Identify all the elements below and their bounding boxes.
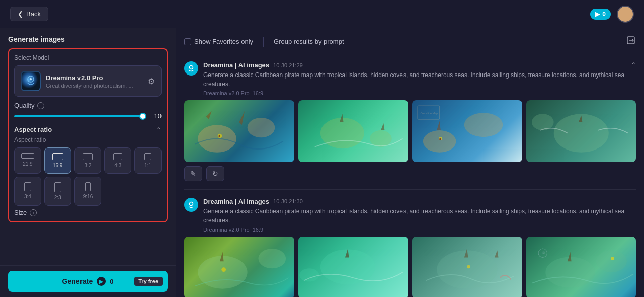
- image-thumb-2-1[interactable]: [184, 237, 294, 297]
- back-label: Back: [26, 10, 41, 18]
- generate-footer: Try free Generate ▶ 0: [0, 265, 176, 297]
- show-favorites-group[interactable]: Show Favorites only: [184, 38, 253, 45]
- image-thumb-2-3[interactable]: [412, 237, 522, 297]
- action-row-1: ✎ ↻: [184, 166, 636, 181]
- model-logo-svg: [22, 72, 40, 90]
- model-info: Dreamina v2.0 Pro Great diversity and ph…: [46, 74, 143, 89]
- result-avatar-1: [184, 61, 198, 76]
- ratio-3-2[interactable]: 3:2: [74, 147, 102, 174]
- ratio-2-3[interactable]: 2:3: [44, 177, 71, 206]
- result-service-1: Dreamina | AI images: [203, 61, 269, 69]
- svg-point-11: [370, 130, 392, 147]
- quality-label: Quality: [14, 102, 34, 109]
- result-collapse-1[interactable]: ⌃: [631, 61, 636, 68]
- show-favorites-checkbox[interactable]: [184, 38, 191, 45]
- image-thumb-1-1[interactable]: X: [184, 100, 294, 162]
- result-entry-1: Dreamina | AI images 10-30 21:29 Generat…: [184, 61, 636, 190]
- svg-text:X: X: [218, 134, 221, 138]
- result-time-2: 10-30 21:30: [273, 198, 303, 204]
- filter-divider: [263, 37, 264, 47]
- ratio-21-9-label: 21:9: [23, 161, 32, 167]
- settings-icon[interactable]: ⚙: [148, 77, 155, 86]
- svg-point-7: [248, 118, 275, 137]
- svg-point-23: [258, 249, 286, 268]
- export-icon[interactable]: [626, 35, 636, 48]
- back-button[interactable]: ❮ Back: [10, 7, 48, 21]
- quality-row: Quality i: [14, 102, 162, 109]
- result-tags-1: Dreamina v2.0 Pro 16:9: [203, 90, 626, 96]
- map-svg-1-4: [526, 100, 636, 162]
- ratio-1-1[interactable]: 1:1: [134, 147, 162, 174]
- map-svg-2-2: [298, 237, 409, 297]
- group-results-group[interactable]: Group results by prompt: [274, 38, 344, 45]
- image-thumb-1-3[interactable]: X Coastline Map: [412, 100, 522, 162]
- map-svg-1-2: [298, 100, 409, 162]
- quality-slider-container: 10: [14, 112, 162, 120]
- generate-credits: 0: [110, 278, 113, 285]
- svg-point-26: [299, 268, 319, 281]
- result-model-tag-2: Dreamina v2.0 Pro: [203, 227, 250, 233]
- generate-label: Generate: [62, 277, 93, 285]
- image-thumb-1-2[interactable]: [298, 100, 409, 162]
- svg-point-28: [467, 265, 470, 269]
- result-meta-1: Dreamina | AI images 10-30 21:29 Generat…: [203, 61, 626, 96]
- shape-1-1: [144, 153, 151, 160]
- result-time-1: 10-30 21:29: [273, 62, 303, 68]
- ratio-9-16[interactable]: 9:16: [74, 177, 102, 206]
- select-model-section: Select Model: [8, 48, 168, 222]
- result-header-1: Dreamina | AI images 10-30 21:29 Generat…: [184, 61, 636, 96]
- quality-value: 10: [151, 112, 162, 120]
- generate-button[interactable]: Try free Generate ▶ 0: [8, 271, 168, 292]
- aspect-ratio-title: Aspect ratio: [14, 126, 52, 133]
- credits-icon: ▶: [595, 11, 600, 18]
- ratio-21-9[interactable]: 21:9: [14, 147, 41, 174]
- quality-slider[interactable]: [14, 115, 146, 117]
- image-thumb-2-2[interactable]: [298, 237, 409, 297]
- generate-play-icon: ▶: [97, 277, 106, 286]
- main-content: Generate images Select Model: [0, 28, 644, 297]
- model-selector[interactable]: Dreamina v2.0 Pro Great diversity and ph…: [14, 65, 162, 97]
- shape-9-16: [85, 182, 91, 191]
- result-tags-2: Dreamina v2.0 Pro 16:9: [203, 227, 636, 233]
- shape-3-4: [24, 182, 31, 191]
- map-svg-2-1: [184, 237, 294, 297]
- select-model-label: Select Model: [14, 54, 162, 61]
- right-panel: Show Favorites only Group results by pro…: [176, 28, 644, 297]
- svg-point-24: [221, 267, 226, 272]
- results-scroll[interactable]: Dreamina | AI images 10-30 21:29 Generat…: [176, 55, 644, 297]
- quality-info-icon[interactable]: i: [37, 102, 44, 109]
- model-desc: Great diversity and photorealism. ...: [46, 83, 143, 89]
- panel-title: Generate images: [0, 28, 176, 48]
- svg-point-2: [30, 78, 32, 80]
- ratio-1-1-label: 1:1: [144, 163, 151, 168]
- svg-point-29: [545, 257, 595, 287]
- svg-point-12: [423, 130, 456, 153]
- avatar[interactable]: [617, 6, 634, 23]
- result-model-tag-1: Dreamina v2.0 Pro: [203, 90, 250, 96]
- map-svg-2-4: ☠: [526, 237, 636, 297]
- panel-scroll: Select Model: [0, 48, 176, 265]
- show-favorites-label: Show Favorites only: [194, 38, 253, 45]
- result-prompt-1: Generate a classic Caribbean pirate map …: [203, 70, 626, 89]
- image-thumb-1-4[interactable]: [526, 100, 636, 162]
- svg-text:☠: ☠: [541, 251, 545, 255]
- size-info-icon[interactable]: i: [30, 209, 37, 216]
- result-entry-2: Dreamina | AI images 10-30 21:30 Generat…: [184, 198, 636, 297]
- aspect-ratio-label: Aspect ratio: [14, 136, 162, 143]
- ratio-4-3[interactable]: 4:3: [104, 147, 131, 174]
- edit-button-1[interactable]: ✎: [184, 166, 202, 181]
- result-title-row-2: Dreamina | AI images 10-30 21:30: [203, 198, 636, 205]
- result-title-row-1: Dreamina | AI images 10-30 21:29: [203, 61, 626, 69]
- refresh-button-1[interactable]: ↻: [206, 166, 224, 181]
- ratio-3-4[interactable]: 3:4: [14, 177, 41, 206]
- map-svg-2-3: [412, 237, 522, 297]
- ratio-16-9[interactable]: 16:9: [44, 147, 71, 174]
- result-prompt-2: Generate a classic Caribbean pirate map …: [203, 207, 636, 225]
- try-free-badge: Try free: [134, 277, 163, 286]
- svg-point-4: [187, 64, 196, 73]
- aspect-ratio-chevron-icon[interactable]: ⌃: [156, 126, 162, 133]
- images-grid-1: X: [184, 100, 636, 162]
- model-icon-inner: [22, 72, 40, 90]
- image-thumb-2-4[interactable]: ☠: [526, 237, 636, 297]
- credits-badge: ▶ 0: [590, 9, 611, 20]
